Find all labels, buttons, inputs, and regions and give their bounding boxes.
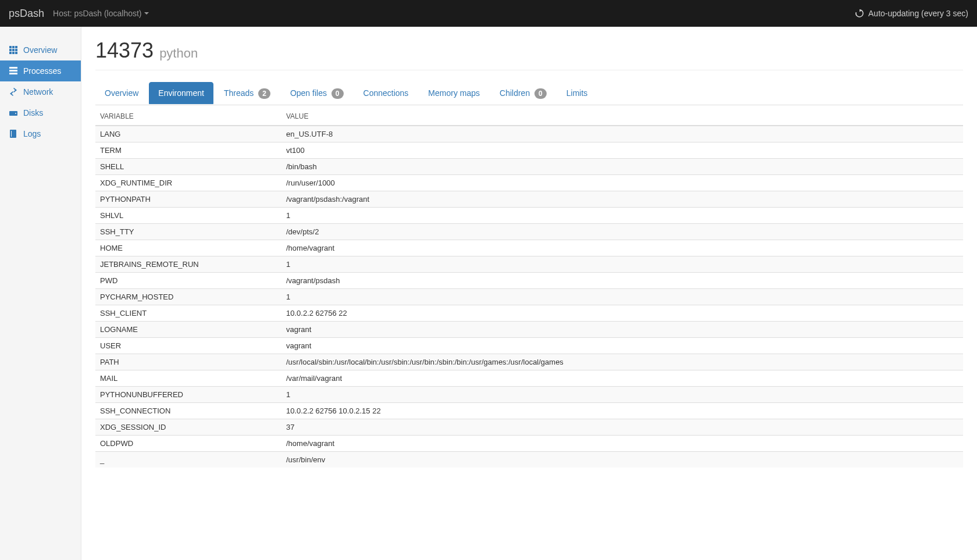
table-row: _/usr/bin/env [95, 452, 963, 468]
table-row: PATH/usr/local/sbin:/usr/local/bin:/usr/… [95, 354, 963, 370]
env-value: /home/vagrant [281, 240, 963, 256]
table-row: LOGNAMEvagrant [95, 322, 963, 338]
process-tabs: OverviewEnvironmentThreads 2Open files 0… [95, 82, 963, 105]
table-row: PWD/vagrant/psdash [95, 273, 963, 289]
table-row: MAIL/var/mail/vagrant [95, 370, 963, 387]
env-value: vt100 [281, 142, 963, 159]
env-value: 37 [281, 419, 963, 436]
hdd-icon [9, 109, 19, 117]
page-title: 14373 python [95, 38, 963, 63]
svg-rect-7 [12, 52, 15, 54]
sidebar-item-label: Logs [23, 129, 41, 138]
env-value: en_US.UTF-8 [281, 126, 963, 142]
env-variable: LOGNAME [95, 322, 281, 338]
table-row: SSH_CONNECTION10.0.2.2 62756 10.0.2.15 2… [95, 403, 963, 419]
env-variable: SSH_TTY [95, 224, 281, 240]
auto-update-toggle[interactable]: Auto-updating (every 3 sec) [855, 9, 968, 18]
env-value: /home/vagrant [281, 436, 963, 452]
env-variable: SHLVL [95, 208, 281, 224]
env-table: VARIABLE VALUE LANGen_US.UTF-8TERMvt100S… [95, 108, 963, 468]
env-value: 1 [281, 289, 963, 305]
env-value: /vagrant/psdash [281, 273, 963, 289]
env-variable: JETBRAINS_REMOTE_RUN [95, 256, 281, 273]
host-label: Host: psDash (localhost) [53, 9, 142, 18]
main-content: 14373 python OverviewEnvironmentThreads … [81, 27, 977, 560]
env-value: vagrant [281, 322, 963, 338]
env-variable: XDG_SESSION_ID [95, 419, 281, 436]
tab-badge: 0 [534, 88, 547, 99]
env-variable: USER [95, 338, 281, 354]
table-row: PYTHONUNBUFFERED1 [95, 387, 963, 403]
tab-limits[interactable]: Limits [557, 82, 597, 104]
env-variable: PYTHONUNBUFFERED [95, 387, 281, 403]
sidebar-item-disks[interactable]: Disks [0, 102, 81, 123]
table-row: SHELL/bin/bash [95, 159, 963, 175]
env-variable: PWD [95, 273, 281, 289]
tab-memory-maps[interactable]: Memory maps [419, 82, 489, 104]
tab-children[interactable]: Children 0 [490, 82, 556, 105]
env-variable: PYCHARM_HOSTED [95, 289, 281, 305]
env-value: vagrant [281, 338, 963, 354]
col-variable: VARIABLE [95, 108, 281, 126]
book-icon [9, 130, 19, 138]
tasks-icon [9, 67, 19, 75]
sidebar: OverviewProcessesNetworkDisksLogs [0, 27, 81, 560]
sidebar-item-label: Processes [23, 66, 61, 76]
env-value: /vagrant/psdash:/vagrant [281, 191, 963, 208]
caret-icon [144, 12, 149, 15]
tab-environment[interactable]: Environment [149, 82, 213, 104]
env-value: 1 [281, 256, 963, 273]
tab-open-files[interactable]: Open files 0 [281, 82, 353, 105]
host-dropdown[interactable]: Host: psDash (localhost) [53, 9, 149, 18]
svg-rect-2 [15, 46, 17, 48]
auto-update-label: Auto-updating (every 3 sec) [868, 9, 968, 18]
table-row: OLDPWD/home/vagrant [95, 436, 963, 452]
sidebar-item-network[interactable]: Network [0, 81, 81, 102]
grid-icon [9, 46, 19, 54]
process-pid: 14373 [95, 38, 154, 62]
table-row: USERvagrant [95, 338, 963, 354]
env-value: /usr/local/sbin:/usr/local/bin:/usr/sbin… [281, 354, 963, 370]
env-variable: HOME [95, 240, 281, 256]
tab-overview[interactable]: Overview [95, 82, 148, 104]
svg-rect-8 [15, 52, 17, 54]
env-variable: PATH [95, 354, 281, 370]
table-row: JETBRAINS_REMOTE_RUN1 [95, 256, 963, 273]
env-variable: TERM [95, 142, 281, 159]
env-variable: MAIL [95, 370, 281, 387]
table-row: PYTHONPATH/vagrant/psdash:/vagrant [95, 191, 963, 208]
env-variable: SSH_CONNECTION [95, 403, 281, 419]
env-variable: OLDPWD [95, 436, 281, 452]
env-value: /run/user/1000 [281, 175, 963, 191]
tab-threads[interactable]: Threads 2 [215, 82, 280, 105]
sidebar-item-label: Disks [23, 108, 43, 117]
env-value: /bin/bash [281, 159, 963, 175]
sidebar-item-processes[interactable]: Processes [0, 60, 81, 81]
navbar: psDash Host: psDash (localhost) Auto-upd… [0, 0, 977, 27]
env-value: 1 [281, 387, 963, 403]
sidebar-item-overview[interactable]: Overview [0, 40, 81, 60]
table-row: TERMvt100 [95, 142, 963, 159]
env-value: /usr/bin/env [281, 452, 963, 468]
env-variable: PYTHONPATH [95, 191, 281, 208]
svg-point-13 [15, 113, 16, 114]
env-variable: SHELL [95, 159, 281, 175]
svg-rect-10 [9, 70, 17, 72]
svg-rect-3 [9, 49, 12, 51]
svg-rect-0 [9, 46, 12, 48]
tab-badge: 0 [331, 88, 344, 99]
table-row: PYCHARM_HOSTED1 [95, 289, 963, 305]
table-row: XDG_SESSION_ID37 [95, 419, 963, 436]
env-value: 10.0.2.2 62756 10.0.2.15 22 [281, 403, 963, 419]
brand-link[interactable]: psDash [9, 8, 53, 20]
process-name: python [159, 46, 198, 60]
env-variable: SSH_CLIENT [95, 305, 281, 322]
svg-rect-9 [9, 67, 17, 69]
table-row: LANGen_US.UTF-8 [95, 126, 963, 142]
tab-connections[interactable]: Connections [354, 82, 418, 104]
svg-rect-4 [12, 49, 15, 51]
env-value: /var/mail/vagrant [281, 370, 963, 387]
sidebar-item-logs[interactable]: Logs [0, 123, 81, 144]
refresh-icon [855, 9, 864, 17]
svg-rect-11 [9, 73, 17, 74]
